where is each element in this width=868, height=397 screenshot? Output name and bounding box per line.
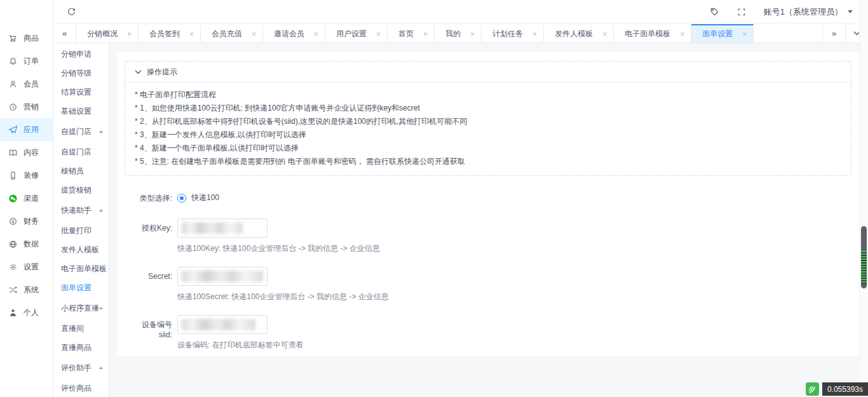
submenu-item-settlement-settings[interactable]: 结算设置 bbox=[61, 83, 109, 102]
submenu-group-mini-program-live[interactable]: 小程序直播 bbox=[61, 297, 109, 319]
submenu-item-live-room[interactable]: 直播间 bbox=[61, 319, 109, 338]
account-menu[interactable]: 账号1（系统管理员） bbox=[764, 6, 853, 18]
submenu-item-live-goods[interactable]: 直播商品 bbox=[61, 338, 109, 357]
sidebar-item-profile[interactable]: 个人 bbox=[0, 301, 53, 324]
thinkphp-trace-icon[interactable] bbox=[806, 382, 819, 396]
tab-item-active[interactable]: 面单设置× bbox=[691, 24, 754, 43]
sidebar-item-label: 订单 bbox=[24, 56, 39, 67]
express100-radio[interactable] bbox=[177, 194, 186, 203]
app-window: 商品 订单 会员 营销 应用 内容 装修 渠道 bbox=[0, 0, 868, 397]
account-label: 账号1（系统管理员） bbox=[764, 6, 843, 18]
sidebar-item-decoration[interactable]: 装修 bbox=[0, 164, 53, 187]
close-icon[interactable]: × bbox=[470, 30, 475, 39]
tab-item[interactable]: 邀请会员× bbox=[263, 24, 325, 43]
submenu-item-sheet-settings[interactable]: 面单设置 bbox=[61, 278, 109, 297]
form-row-auth-key: 授权Key: 快递100Key: 快递100企业管理后台 -> 我的信息 -> … bbox=[120, 219, 859, 254]
chevron-down-icon bbox=[135, 70, 142, 74]
submenu-item-review-goods[interactable]: 评价商品 bbox=[61, 379, 109, 397]
close-icon[interactable]: × bbox=[252, 30, 256, 39]
sidebar-item-label: 装修 bbox=[24, 170, 39, 181]
sidebar-item-goods[interactable]: 商品 bbox=[0, 27, 53, 50]
tabs-scroll-left-icon[interactable]: « bbox=[53, 24, 76, 43]
sidebar-item-apps[interactable]: 应用 bbox=[0, 118, 53, 141]
operation-tips-header[interactable]: 操作提示 bbox=[125, 62, 851, 83]
scrollbar-thumb[interactable] bbox=[861, 226, 867, 288]
sidebar-item-label: 营销 bbox=[24, 102, 39, 112]
close-icon[interactable]: × bbox=[423, 30, 428, 39]
submenu-item-distribution-apply[interactable]: 分销申请 bbox=[61, 44, 109, 64]
auth-key-input[interactable] bbox=[177, 219, 268, 238]
close-icon[interactable]: × bbox=[742, 30, 747, 39]
form-row-secret: Secret: 快递100Secret: 快递100企业管理后台 -> 我的信息… bbox=[120, 267, 859, 302]
secondary-sidebar: 分销申请 分销等级 结算设置 基础设置 自提门店 自提门店 核销员 提货核销 快… bbox=[53, 43, 109, 397]
submenu-item-pickup-store[interactable]: 自提门店 bbox=[61, 142, 109, 161]
book-icon bbox=[8, 148, 18, 158]
close-icon[interactable]: × bbox=[127, 30, 132, 39]
sidebar-item-finance[interactable]: 财务 bbox=[0, 210, 53, 232]
siid-input[interactable] bbox=[177, 315, 268, 334]
sidebar-item-content[interactable]: 内容 bbox=[0, 141, 53, 164]
tip-line: * 3、新建一个发件人信息模板,以供打印时可以选择 bbox=[135, 128, 841, 142]
cart-icon bbox=[8, 34, 18, 43]
sidebar-item-label: 设置 bbox=[24, 262, 39, 273]
secret-label: Secret: bbox=[120, 267, 172, 302]
gear-icon bbox=[8, 262, 18, 272]
sidebar-item-label: 商品 bbox=[24, 33, 39, 44]
close-icon[interactable]: × bbox=[532, 30, 537, 39]
submenu-item-basic-settings[interactable]: 基础设置 bbox=[61, 102, 109, 121]
submenu-item-distribution-level[interactable]: 分销等级 bbox=[61, 64, 109, 83]
submenu-group-pickup-store[interactable]: 自提门店 bbox=[61, 121, 109, 142]
tab-item[interactable]: 我的× bbox=[435, 24, 482, 43]
submenu-item-sender-template[interactable]: 发件人模板 bbox=[61, 240, 109, 259]
marketing-clock-icon bbox=[8, 102, 18, 112]
tab-item[interactable]: 计划任务× bbox=[482, 24, 544, 43]
close-icon[interactable]: × bbox=[602, 30, 607, 39]
top-header: 账号1（系统管理员） bbox=[53, 0, 868, 24]
sidebar-item-label: 财务 bbox=[24, 216, 39, 227]
tab-item[interactable]: 首页× bbox=[388, 24, 435, 43]
sidebar-item-label: 应用 bbox=[24, 124, 39, 135]
tabs-scroll-right-icon[interactable]: » bbox=[822, 24, 845, 43]
fullscreen-icon[interactable] bbox=[737, 8, 746, 17]
operation-tips-title: 操作提示 bbox=[147, 67, 177, 77]
submenu-group-express-assistant[interactable]: 快递助手 bbox=[61, 199, 109, 221]
sidebar-item-marketing[interactable]: 营销 bbox=[0, 95, 53, 118]
tab-item[interactable]: 会员签到× bbox=[139, 24, 201, 43]
sidebar-item-label: 个人 bbox=[24, 307, 39, 318]
operation-tips-panel: 操作提示 * 电子面单打印配置流程 * 1、如您使用快递100云打印机: 到快递… bbox=[125, 61, 851, 176]
tip-line: * 电子面单打印配置流程 bbox=[135, 88, 841, 102]
sidebar-item-system[interactable]: 系统 bbox=[0, 278, 53, 301]
sidebar-item-settings[interactable]: 设置 bbox=[0, 255, 53, 278]
close-icon[interactable]: × bbox=[314, 30, 318, 39]
submenu-item-eorder-template[interactable]: 电子面单模板 bbox=[61, 259, 109, 278]
secret-hint: 快递100Secret: 快递100企业管理后台 -> 我的信息 -> 企业信息 bbox=[177, 292, 389, 302]
tag-icon[interactable] bbox=[710, 7, 719, 17]
close-icon[interactable]: × bbox=[189, 30, 194, 39]
secret-input[interactable] bbox=[177, 267, 268, 286]
blurred-value bbox=[182, 271, 263, 282]
submenu-item-batch-print[interactable]: 批量打印 bbox=[61, 221, 109, 240]
close-icon[interactable]: × bbox=[680, 30, 684, 39]
sidebar-item-orders[interactable]: 订单 bbox=[0, 50, 53, 72]
tab-item[interactable]: 发件人模板× bbox=[544, 24, 614, 43]
yuan-circle-icon bbox=[8, 217, 18, 226]
tip-line: * 4、新建一个电子面单模板,以供打印时可以选择 bbox=[135, 142, 841, 155]
tip-line: * 5、注意: 在创建电子面单模板是需要用到的 电子面单账号和密码， 需自行联系… bbox=[135, 155, 841, 168]
chevron-up-icon bbox=[99, 209, 103, 212]
close-icon[interactable]: × bbox=[376, 30, 381, 39]
refresh-icon[interactable] bbox=[67, 7, 76, 17]
sidebar-item-members[interactable]: 会员 bbox=[0, 72, 53, 95]
submenu-group-review-assistant[interactable]: 评价助手 bbox=[61, 357, 109, 379]
user-icon bbox=[8, 79, 18, 89]
sidebar-item-data[interactable]: 数据 bbox=[0, 232, 53, 255]
tab-item[interactable]: 会员充值× bbox=[201, 24, 263, 43]
sidebar-item-channels[interactable]: 渠道 bbox=[0, 187, 53, 210]
tab-item[interactable]: 用户设置× bbox=[325, 24, 388, 43]
submenu-item-pickup-verify[interactable]: 提货核销 bbox=[61, 180, 109, 199]
type-select-label: 类型选择: bbox=[120, 192, 172, 203]
chevron-up-icon bbox=[99, 307, 103, 309]
submenu-item-verifier[interactable]: 核销员 bbox=[61, 161, 109, 180]
tab-item[interactable]: 电子面单模板× bbox=[614, 24, 691, 43]
auth-key-hint: 快递100Key: 快递100企业管理后台 -> 我的信息 -> 企业信息 bbox=[177, 243, 380, 254]
tab-item[interactable]: 分销概况× bbox=[76, 24, 139, 43]
